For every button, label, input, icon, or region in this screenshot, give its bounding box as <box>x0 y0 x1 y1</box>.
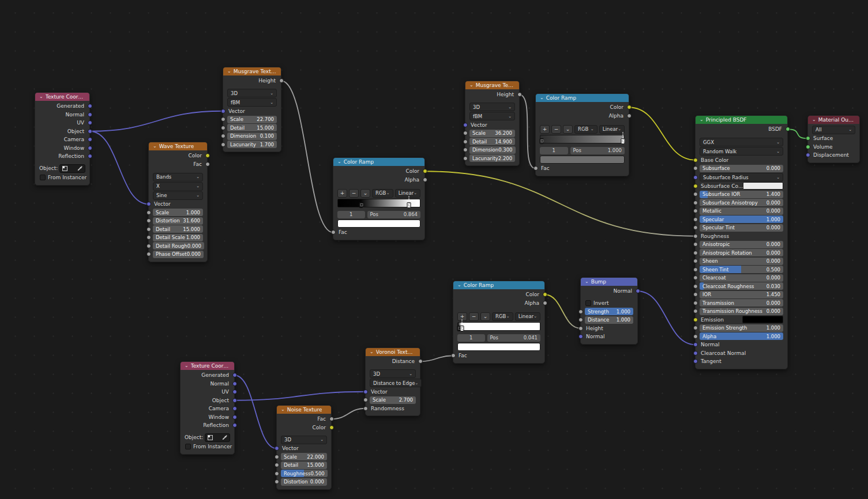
object-picker[interactable] <box>205 433 230 442</box>
ramp-menu-button[interactable]: ⌄ <box>360 189 370 198</box>
gradient-bar[interactable] <box>540 135 625 143</box>
dropdown-distance-to-edge[interactable]: Distance to Edge⌄ <box>370 379 422 387</box>
socket-value[interactable] <box>221 117 226 122</box>
ramp-handle[interactable] <box>359 202 363 208</box>
remove-stop-button[interactable]: − <box>349 189 359 198</box>
node-principled-1[interactable]: ⌄Principled BSDFBSDFGGX⌄Random Walk⌄Base… <box>695 115 788 369</box>
socket-value[interactable] <box>578 309 583 314</box>
ramp-handle[interactable] <box>460 326 464 331</box>
socket-value[interactable] <box>693 292 698 297</box>
socket-alpha[interactable] <box>543 301 547 305</box>
slider-distortion[interactable]: Distortion0.000 <box>281 478 327 486</box>
socket-vector[interactable] <box>463 123 468 127</box>
socket-value[interactable] <box>146 235 151 240</box>
dropdown-fbm[interactable]: fBM⌄ <box>227 98 277 107</box>
checkbox[interactable] <box>40 175 46 180</box>
node-musgrave-1[interactable]: ⌄Musgrave TextureHeight3D⌄fBM⌄VectorScal… <box>223 67 281 152</box>
eyedropper-icon[interactable] <box>222 435 227 440</box>
socket-value[interactable] <box>221 142 226 147</box>
node-header[interactable]: ⌄Bump <box>581 278 637 286</box>
socket-uv[interactable] <box>88 120 92 125</box>
node-tex-coord-1[interactable]: ⌄Texture CoordinateGeneratedNormalUVObje… <box>35 92 90 186</box>
socket-value[interactable] <box>363 398 368 402</box>
slider-distortion[interactable]: Distortion31.600 <box>153 217 203 225</box>
slider-scale[interactable]: Scale22.000 <box>281 453 327 460</box>
position-field[interactable]: Pos0.041 <box>487 334 540 342</box>
node-header[interactable]: ⌄Musgrave Texture <box>223 67 281 75</box>
slider-transmission[interactable]: Transmission0.000 <box>700 299 783 307</box>
socket-value[interactable] <box>693 275 698 280</box>
socket-fac[interactable] <box>205 162 210 167</box>
ramp-handle[interactable] <box>540 138 544 144</box>
node-bump-1[interactable]: ⌄BumpNormalInvertStrength1.000Distance1.… <box>580 277 638 345</box>
socket-vector[interactable] <box>275 446 279 451</box>
slider-metallic[interactable]: Metallic0.000 <box>700 207 783 215</box>
socket-value[interactable] <box>693 284 698 289</box>
checkbox-from-instancer[interactable]: From Instancer <box>181 443 234 451</box>
socket-camera[interactable] <box>232 406 237 411</box>
socket-value[interactable] <box>146 218 151 223</box>
socket-clearcoat-normal[interactable] <box>693 351 698 356</box>
socket-alpha[interactable] <box>423 177 427 182</box>
socket-color[interactable] <box>329 425 334 430</box>
socket-value[interactable] <box>275 455 279 459</box>
dropdown-3d[interactable]: 3D⌄ <box>469 103 515 111</box>
node-header[interactable]: ⌄Texture Coordinate <box>35 93 89 101</box>
stop-index-field[interactable]: 1 <box>337 211 365 218</box>
node-color-ramp-2[interactable]: ⌄Color RampColorAlpha+−⌄RGB⌄Linear⌄1Pos1… <box>535 93 629 176</box>
slider-transmission-roughness[interactable]: Transmission Roughness0.000 <box>700 308 783 315</box>
socket-value[interactable] <box>463 139 468 144</box>
slider-detail[interactable]: Detail14.900 <box>469 138 515 145</box>
color-mode-dropdown[interactable]: RGB⌄ <box>492 312 513 321</box>
socket-value[interactable] <box>693 209 698 213</box>
interpolation-dropdown[interactable]: Linear⌄ <box>515 312 540 321</box>
node-header[interactable]: ⌄Color Ramp <box>453 281 544 289</box>
position-field[interactable]: Pos1.000 <box>570 147 625 154</box>
slider-detail[interactable]: Detail15.000 <box>153 225 203 233</box>
socket-height[interactable] <box>279 78 284 83</box>
collapse-icon[interactable]: ⌄ <box>370 349 374 355</box>
socket-value[interactable] <box>578 317 583 322</box>
dropdown-3d[interactable]: 3D⌄ <box>281 436 327 444</box>
node-color-ramp-1[interactable]: ⌄Color RampColorAlpha+−⌄RGB⌄Linear⌄1Pos0… <box>333 157 425 240</box>
socket-value[interactable] <box>693 201 698 205</box>
socket-value[interactable] <box>146 227 151 232</box>
node-header[interactable]: ⌄Material Output <box>808 116 859 124</box>
socket-value[interactable] <box>693 242 698 247</box>
stop-index-field[interactable]: 1 <box>457 334 485 342</box>
socket-object[interactable] <box>88 129 92 134</box>
slider-anisotropic-rotation[interactable]: Anisotropic Rotation0.000 <box>700 249 783 256</box>
socket-reflection[interactable] <box>232 423 237 428</box>
slider-detail-scale[interactable]: Detail Scale1.000 <box>153 234 203 241</box>
socket-normal[interactable] <box>88 112 92 117</box>
socket-normal[interactable] <box>693 342 698 347</box>
node-noise-1[interactable]: ⌄Noise TextureFacColor3D⌄VectorScale22.0… <box>276 405 332 490</box>
slider-dimension[interactable]: Dimension0.100 <box>227 133 277 140</box>
socket-value[interactable] <box>463 148 468 152</box>
socket-value[interactable] <box>275 479 279 484</box>
dropdown-subsurface-radius[interactable]: Subsurface Radius⌄ <box>700 173 783 182</box>
node-header[interactable]: ⌄Color Ramp <box>536 94 629 102</box>
socket-vector[interactable] <box>363 390 368 394</box>
slider-anisotropic[interactable]: Anisotropic0.000 <box>700 241 783 248</box>
socket-color[interactable] <box>543 292 547 297</box>
slider-subsurface-anisotropy[interactable]: Subsurface Anisotropy0.000 <box>700 199 783 206</box>
socket-value[interactable] <box>693 267 698 272</box>
collapse-icon[interactable]: ⌄ <box>39 94 43 100</box>
node-tex-coord-2[interactable]: ⌄Texture CoordinateGeneratedNormalUVObje… <box>180 361 235 455</box>
dropdown-x[interactable]: X⌄ <box>153 182 203 191</box>
socket-reflection[interactable] <box>88 154 92 158</box>
socket-value[interactable] <box>693 192 698 196</box>
node-header[interactable]: ⌄Color Ramp <box>333 158 424 166</box>
slider-subsurface[interactable]: Subsurface0.000 <box>700 165 783 172</box>
socket-value[interactable] <box>693 166 698 171</box>
collapse-icon[interactable]: ⌄ <box>153 143 157 149</box>
socket-window[interactable] <box>232 415 237 419</box>
collapse-icon[interactable]: ⌄ <box>540 95 544 101</box>
color-swatch[interactable] <box>457 343 540 351</box>
socket-object[interactable] <box>232 398 237 403</box>
socket-tangent[interactable] <box>693 359 698 364</box>
slider-scale[interactable]: Scale2.700 <box>370 396 416 404</box>
socket-value[interactable] <box>693 326 698 330</box>
slider-scale[interactable]: Scale22.700 <box>227 116 277 123</box>
